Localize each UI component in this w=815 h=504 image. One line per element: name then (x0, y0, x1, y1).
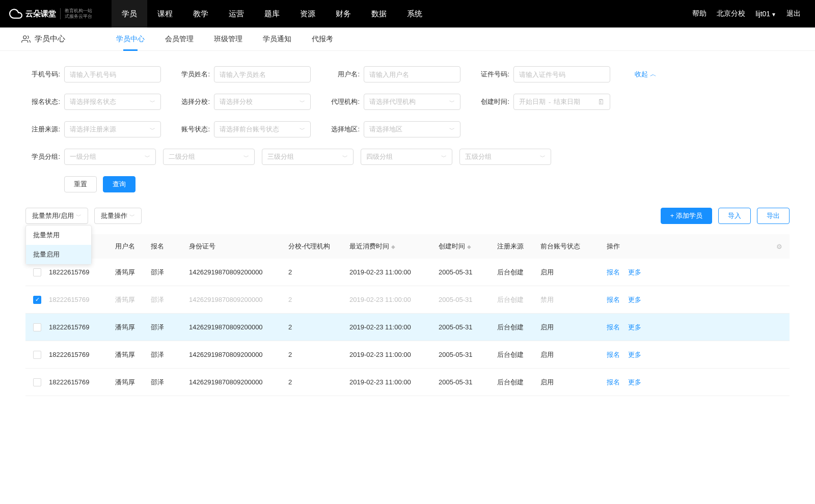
import-button[interactable]: 导入 (718, 208, 751, 224)
username-input[interactable] (364, 66, 460, 82)
reset-button[interactable]: 重置 (64, 176, 97, 192)
cell-reg: 邵泽 (151, 350, 189, 359)
phone-input[interactable] (64, 66, 161, 82)
logout-link[interactable]: 退出 (786, 9, 801, 18)
group-select-3[interactable]: 三级分组﹀ (262, 149, 354, 165)
sort-create[interactable]: 创建时间◆ (439, 242, 497, 251)
top-nav-item-6[interactable]: 财务 (325, 0, 361, 27)
top-nav-item-4[interactable]: 题库 (254, 0, 290, 27)
group-select-2[interactable]: 二级分组﹀ (163, 149, 255, 165)
help-link[interactable]: 帮助 (692, 9, 707, 18)
batch-toggle-button[interactable]: 批量禁用/启用﹀ (25, 208, 88, 224)
batch-op-button[interactable]: 批量操作﹀ (94, 208, 142, 224)
cell-idno: 14262919870809200000 (189, 378, 288, 386)
filter-createtime: 创建时间: 开始日期 - 结束日期 🗓 (475, 94, 610, 110)
name-input[interactable] (214, 66, 311, 82)
top-nav-item-8[interactable]: 系统 (397, 0, 432, 27)
collapse-toggle[interactable]: 收起︿ (635, 66, 657, 82)
sort-icon: ◆ (467, 244, 471, 249)
action-register[interactable]: 报名 (607, 350, 620, 359)
sort-consume[interactable]: 最近消费时间◆ (349, 242, 439, 251)
top-nav-item-0[interactable]: 学员 (112, 0, 147, 27)
cell-reg: 邵泽 (151, 295, 189, 304)
gear-icon[interactable]: ⚙ (769, 243, 790, 250)
cell-branch: 2 (288, 296, 349, 303)
top-nav-right: 帮助 北京分校 lijt01▼ 退出 (692, 9, 801, 18)
query-button[interactable]: 查询 (103, 176, 135, 192)
sub-nav-item-1[interactable]: 会员管理 (165, 27, 194, 50)
cell-consume: 2019-02-23 11:00:00 (349, 351, 439, 358)
action-register[interactable]: 报名 (607, 268, 620, 277)
cell-user: 潘筠厚 (115, 378, 151, 387)
export-button[interactable]: 导出 (757, 208, 790, 224)
cell-user: 潘筠厚 (115, 323, 151, 332)
top-nav-item-7[interactable]: 数据 (361, 0, 397, 27)
table-row: 18222615769潘筠厚邵泽142629198708092000002201… (25, 341, 790, 369)
agent-select[interactable]: 请选择代理机构﹀ (364, 94, 460, 110)
cell-phone: 18222615769 (49, 378, 115, 386)
cell-source: 后台创建 (497, 378, 540, 387)
filter-name: 学员姓名: (175, 66, 311, 82)
chevron-up-icon: ︿ (650, 70, 657, 79)
action-more[interactable]: 更多 (628, 378, 641, 387)
table-header: 用户名 报名 身份证号 分校-代理机构 最近消费时间◆ 创建时间◆ 注册来源 前… (25, 234, 790, 259)
chevron-down-icon: ﹀ (449, 126, 455, 133)
action-more[interactable]: 更多 (628, 350, 641, 359)
cell-branch: 2 (288, 268, 349, 276)
group-select-5[interactable]: 五级分组﹀ (459, 149, 551, 165)
svg-point-0 (23, 36, 26, 39)
cell-branch: 2 (288, 351, 349, 358)
sub-nav-items: 学员中心会员管理班级管理学员通知代报考 (116, 27, 333, 50)
table-row: 18222615769潘筠厚邵泽142629198708092000002201… (25, 369, 790, 396)
top-nav-item-3[interactable]: 运营 (219, 0, 254, 27)
logo-subtitle: 教育机构一站 式服务云平台 (60, 8, 92, 19)
cell-create: 2005-05-31 (439, 378, 497, 386)
action-more[interactable]: 更多 (628, 295, 641, 304)
top-nav-item-5[interactable]: 资源 (290, 0, 325, 27)
action-more[interactable]: 更多 (628, 268, 641, 277)
row-checkbox[interactable] (33, 351, 41, 359)
top-nav-item-1[interactable]: 课程 (147, 0, 183, 27)
region-select[interactable]: 请选择地区﹀ (364, 121, 460, 137)
add-student-button[interactable]: + 添加学员 (661, 208, 712, 224)
group-select-1[interactable]: 一级分组﹀ (64, 149, 156, 165)
filter-phone: 手机号码: (25, 66, 161, 82)
action-register[interactable]: 报名 (607, 378, 620, 387)
row-checkbox[interactable] (33, 296, 41, 304)
action-register[interactable]: 报名 (607, 323, 620, 332)
sub-nav-item-2[interactable]: 班级管理 (214, 27, 242, 50)
accstatus-select[interactable]: 请选择前台账号状态﹀ (214, 121, 311, 137)
caret-down-icon: ▼ (771, 12, 776, 17)
cell-reg: 邵泽 (151, 378, 189, 387)
cell-user: 潘筠厚 (115, 268, 151, 277)
user-menu[interactable]: lijt01▼ (755, 10, 776, 18)
filter-area: 手机号码: 学员姓名: 用户名: 证件号码: 收起︿ 报名状态: 请选择报名状态… (0, 51, 815, 198)
regstatus-select[interactable]: 请选择报名状态﹀ (64, 94, 161, 110)
cell-source: 后台创建 (497, 295, 540, 304)
chevron-down-icon: ﹀ (150, 98, 155, 106)
sub-nav-item-4[interactable]: 代报考 (312, 27, 333, 50)
createtime-picker[interactable]: 开始日期 - 结束日期 🗓 (513, 94, 610, 110)
row-checkbox[interactable] (33, 378, 41, 386)
filter-region: 选择地区: 请选择地区﹀ (325, 121, 460, 137)
dropdown-disable[interactable]: 批量禁用 (26, 226, 91, 245)
top-nav-item-2[interactable]: 教学 (183, 0, 219, 27)
filter-idno: 证件号码: (475, 66, 610, 82)
branch-select[interactable]: 请选择分校﹀ (214, 94, 311, 110)
cell-status: 启用 (540, 350, 607, 359)
action-more[interactable]: 更多 (628, 323, 641, 332)
group-select-4[interactable]: 四级分组﹀ (361, 149, 452, 165)
action-register[interactable]: 报名 (607, 295, 620, 304)
cell-source: 后台创建 (497, 323, 540, 332)
sub-nav-item-0[interactable]: 学员中心 (116, 27, 145, 50)
cell-status: 禁用 (540, 295, 607, 304)
branch-link[interactable]: 北京分校 (717, 9, 745, 18)
page-title: 学员中心 (21, 34, 65, 44)
dropdown-enable[interactable]: 批量启用 (26, 245, 91, 264)
chevron-down-icon: ﹀ (243, 153, 249, 161)
row-checkbox[interactable] (33, 323, 41, 331)
sub-nav-item-3[interactable]: 学员通知 (263, 27, 291, 50)
source-select[interactable]: 请选择注册来源﹀ (64, 121, 161, 137)
idno-input[interactable] (513, 66, 610, 82)
row-checkbox[interactable] (33, 268, 41, 276)
